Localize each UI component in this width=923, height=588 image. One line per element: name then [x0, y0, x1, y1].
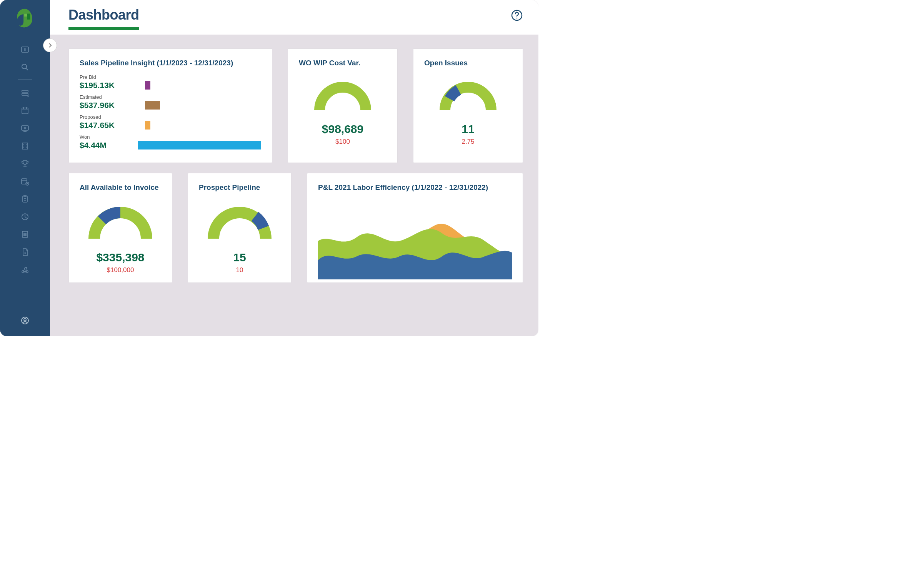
metric-value: 11 [462, 123, 474, 136]
svg-rect-8 [22, 108, 28, 114]
svg-point-44 [516, 18, 518, 19]
pipeline-stage-label: Pre Bid [80, 74, 145, 80]
metric-sub: $100 [335, 138, 350, 146]
nav-tools-icon[interactable] [18, 262, 32, 277]
svg-point-42 [24, 319, 26, 321]
pipeline-bar [145, 101, 160, 110]
pipeline-stage-label: Proposed [80, 114, 145, 120]
pipeline-bar [145, 81, 150, 90]
nav-divider [18, 79, 32, 80]
pipeline-row: Pre Bid$195.13K [80, 74, 261, 90]
pipeline-stage-value: $537.96K [80, 101, 145, 110]
card-title: P&L 2021 Labor Efficiency (1/1/2022 - 12… [318, 183, 512, 192]
dashboard-content: Sales Pipeline Insight (1/1/2023 - 12/31… [50, 35, 538, 336]
nav-search-icon[interactable] [18, 60, 32, 75]
pipeline-row: Won$4.44M [80, 134, 261, 150]
pipeline-stage-value: $195.13K [80, 81, 145, 90]
svg-text:$: $ [24, 251, 26, 254]
metric-value: 15 [233, 251, 246, 264]
gauge-chart [86, 204, 155, 243]
pipeline-stage-label: Won [80, 134, 138, 140]
card-wo-wip-cost-var[interactable]: WO WIP Cost Var. $98,689 $100 [288, 48, 398, 163]
card-title: WO WIP Cost Var. [299, 59, 387, 67]
metric-sub: 2.75 [462, 138, 474, 146]
area-chart [318, 199, 512, 279]
pipeline-bar [138, 141, 261, 149]
svg-line-3 [26, 68, 28, 70]
app-logo [14, 7, 36, 29]
nav-file-dollar-icon[interactable]: $ [18, 245, 32, 259]
card-title: Open Issues [424, 59, 512, 67]
pipeline-stage-value: $147.65K [80, 121, 145, 130]
svg-rect-15 [22, 143, 28, 149]
card-title: Sales Pipeline Insight (1/1/2023 - 12/31… [80, 59, 261, 67]
sidebar: 5 $ [0, 0, 50, 336]
main-area: Dashboard Sales Pipeline Insight (1/1/20… [50, 0, 538, 336]
card-sales-pipeline[interactable]: Sales Pipeline Insight (1/1/2023 - 12/31… [68, 48, 272, 163]
metric-sub: $100,000 [107, 266, 134, 274]
page-title: Dashboard [68, 7, 139, 23]
nav-display-icon[interactable] [18, 121, 32, 136]
sidebar-expand-button[interactable] [43, 38, 57, 52]
nav-pie-icon[interactable] [18, 209, 32, 224]
nav-calendar-icon[interactable] [18, 103, 32, 118]
pipeline-stage-value: $4.44M [80, 141, 138, 150]
nav-clipboard-icon[interactable] [18, 192, 32, 206]
gauge-chart [312, 80, 373, 114]
pipeline-row: Estimated$537.96K [80, 94, 261, 110]
svg-point-2 [22, 64, 27, 69]
metric-sub: 10 [236, 266, 243, 274]
metric-value: $335,398 [96, 251, 144, 264]
pipeline-row: Proposed$147.65K [80, 114, 261, 130]
card-prospect-pipeline[interactable]: Prospect Pipeline 15 10 [188, 173, 292, 283]
pipeline-stage-label: Estimated [80, 94, 145, 100]
nav-list-icon[interactable] [18, 227, 32, 242]
nav-trophy-icon[interactable] [18, 156, 32, 171]
help-icon[interactable] [511, 9, 523, 22]
nav-building-icon[interactable] [18, 139, 32, 153]
card-pnl-labor-efficiency[interactable]: P&L 2021 Labor Efficiency (1/1/2022 - 12… [307, 173, 523, 283]
svg-point-13 [24, 127, 26, 129]
card-title: Prospect Pipeline [199, 183, 280, 192]
nav-stack-icon[interactable] [18, 86, 32, 100]
card-available-to-invoice[interactable]: All Available to Invoice $335,398 $100,0… [68, 173, 172, 283]
card-title: All Available to Invoice [80, 183, 161, 192]
svg-text:5: 5 [24, 48, 26, 51]
gauge-chart [205, 204, 274, 243]
title-underline [68, 27, 139, 30]
pipeline-bar [145, 121, 150, 130]
metric-value: $98,689 [322, 123, 363, 136]
nav-user-circle-icon[interactable] [18, 313, 32, 328]
header: Dashboard [50, 0, 538, 35]
svg-rect-4 [22, 90, 28, 92]
gauge-chart [437, 80, 499, 114]
svg-rect-5 [22, 93, 28, 95]
nav-dollar-card-icon[interactable]: 5 [18, 42, 32, 57]
nav-calendar-clock-icon[interactable] [18, 174, 32, 189]
svg-rect-12 [22, 126, 28, 130]
card-open-issues[interactable]: Open Issues 11 2.75 [413, 48, 523, 163]
